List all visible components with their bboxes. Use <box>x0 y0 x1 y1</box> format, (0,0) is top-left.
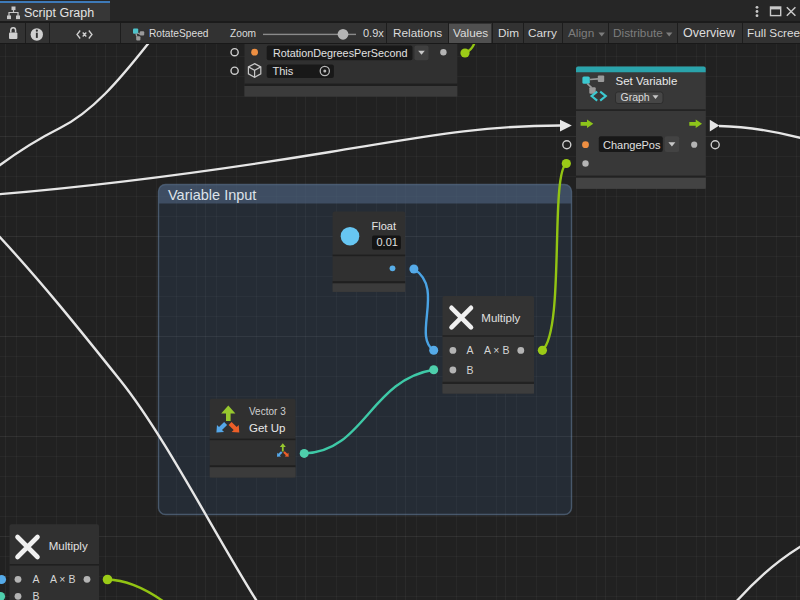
svg-text:This: This <box>273 65 294 77</box>
svg-text:Variable Input: Variable Input <box>168 187 256 203</box>
svg-text:0.01: 0.01 <box>377 236 398 248</box>
svg-text:A: A <box>33 573 40 585</box>
svg-text:ChangePos: ChangePos <box>603 139 661 151</box>
svg-text:A × B: A × B <box>484 344 509 356</box>
svg-text:RotationDegreesPerSecond: RotationDegreesPerSecond <box>273 47 407 59</box>
svg-text:Float: Float <box>372 220 396 232</box>
svg-text:A: A <box>467 344 474 356</box>
svg-text:Set Variable: Set Variable <box>616 75 678 87</box>
svg-text:B: B <box>467 364 474 376</box>
svg-text:B: B <box>33 590 40 600</box>
svg-text:Multiply: Multiply <box>481 312 520 324</box>
svg-text:Get Up: Get Up <box>249 422 285 434</box>
svg-text:Multiply: Multiply <box>49 540 88 552</box>
svg-text:Vector 3: Vector 3 <box>249 406 286 417</box>
svg-text:Graph: Graph <box>621 91 650 103</box>
svg-text:A × B: A × B <box>50 573 75 585</box>
